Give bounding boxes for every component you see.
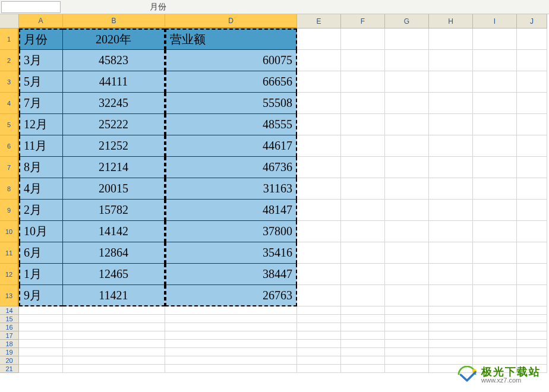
cell-B5[interactable]: 25222 — [63, 114, 165, 135]
cell[interactable] — [165, 340, 297, 348]
cell[interactable] — [385, 135, 429, 157]
cell[interactable] — [429, 71, 473, 93]
cell[interactable] — [165, 306, 297, 315]
cell[interactable] — [517, 29, 547, 50]
cell[interactable] — [341, 135, 385, 157]
cell[interactable] — [429, 331, 473, 340]
cell[interactable] — [385, 285, 429, 306]
row-header-19[interactable]: 19 — [0, 348, 19, 356]
cell-D11[interactable]: 35416 — [165, 242, 297, 264]
cell[interactable] — [473, 221, 517, 242]
cell[interactable] — [429, 50, 473, 71]
cell[interactable] — [341, 242, 385, 264]
cell[interactable] — [429, 135, 473, 157]
cell[interactable] — [473, 340, 517, 348]
cell-A2[interactable]: 3月 — [19, 50, 63, 71]
cell-A8[interactable]: 4月 — [19, 178, 63, 200]
cell-A7[interactable]: 8月 — [19, 157, 63, 178]
cell[interactable] — [297, 29, 341, 50]
cell[interactable] — [341, 221, 385, 242]
col-header-F[interactable]: F — [341, 14, 385, 29]
col-header-E[interactable]: E — [297, 14, 341, 29]
cell-B8[interactable]: 20015 — [63, 178, 165, 200]
row-header-12[interactable]: 12 — [0, 264, 19, 285]
cell[interactable] — [385, 50, 429, 71]
cell[interactable] — [517, 221, 547, 242]
cell[interactable] — [429, 29, 473, 50]
col-header-J[interactable]: J — [517, 14, 547, 29]
cell-B11[interactable]: 12864 — [63, 242, 165, 264]
row-header-13[interactable]: 13 — [0, 285, 19, 306]
cell[interactable] — [297, 242, 341, 264]
cell-D8[interactable]: 31163 — [165, 178, 297, 200]
cells-area[interactable]: 月份2020年营业额3月45823600755月44111666567月3224… — [19, 29, 547, 373]
cell[interactable] — [429, 114, 473, 135]
cell[interactable] — [517, 331, 547, 340]
row-header-20[interactable]: 20 — [0, 356, 19, 365]
cell-B6[interactable]: 21252 — [63, 135, 165, 157]
cell[interactable] — [517, 135, 547, 157]
cell[interactable] — [297, 93, 341, 114]
cell-B1[interactable]: 2020年 — [63, 29, 165, 50]
row-header-1[interactable]: 1 — [0, 29, 19, 50]
cell-D4[interactable]: 55508 — [165, 93, 297, 114]
cell[interactable] — [341, 323, 385, 331]
cell[interactable] — [473, 29, 517, 50]
cell[interactable] — [385, 348, 429, 356]
cell[interactable] — [517, 285, 547, 306]
cell[interactable] — [341, 365, 385, 373]
cell[interactable] — [19, 348, 63, 356]
cell[interactable] — [429, 315, 473, 323]
col-header-B[interactable]: B — [63, 14, 165, 29]
cell[interactable] — [19, 340, 63, 348]
cell-D13[interactable]: 26763 — [165, 285, 297, 306]
select-all-corner[interactable] — [0, 14, 19, 29]
cell[interactable] — [429, 93, 473, 114]
row-header-10[interactable]: 10 — [0, 221, 19, 242]
cell[interactable] — [341, 340, 385, 348]
cell[interactable] — [341, 315, 385, 323]
cell[interactable] — [297, 315, 341, 323]
row-header-15[interactable]: 15 — [0, 315, 19, 323]
cell[interactable] — [63, 365, 165, 373]
cell-B4[interactable]: 32245 — [63, 93, 165, 114]
cell[interactable] — [473, 242, 517, 264]
cell[interactable] — [473, 348, 517, 356]
cell[interactable] — [517, 348, 547, 356]
cell-B3[interactable]: 44111 — [63, 71, 165, 93]
cell[interactable] — [341, 200, 385, 221]
cell[interactable] — [473, 157, 517, 178]
cell[interactable] — [341, 114, 385, 135]
cell[interactable] — [429, 157, 473, 178]
cell[interactable] — [385, 29, 429, 50]
row-header-21[interactable]: 21 — [0, 365, 19, 373]
cell-D2[interactable]: 60075 — [165, 50, 297, 71]
cell[interactable] — [297, 340, 341, 348]
cell[interactable] — [297, 285, 341, 306]
cell[interactable] — [429, 264, 473, 285]
cell-A6[interactable]: 11月 — [19, 135, 63, 157]
cell[interactable] — [473, 135, 517, 157]
cell[interactable] — [517, 200, 547, 221]
cell[interactable] — [517, 264, 547, 285]
col-header-I[interactable]: I — [473, 14, 517, 29]
cell[interactable] — [297, 221, 341, 242]
cell[interactable] — [19, 356, 63, 365]
cell[interactable] — [473, 306, 517, 315]
cell[interactable] — [297, 200, 341, 221]
cell[interactable] — [385, 242, 429, 264]
cell[interactable] — [473, 264, 517, 285]
cell[interactable] — [517, 340, 547, 348]
cell[interactable] — [385, 331, 429, 340]
cell[interactable] — [385, 264, 429, 285]
cell[interactable] — [385, 365, 429, 373]
cell[interactable] — [19, 323, 63, 331]
cell[interactable] — [385, 157, 429, 178]
cell[interactable] — [297, 178, 341, 200]
cell[interactable] — [165, 365, 297, 373]
cell-B9[interactable]: 15782 — [63, 200, 165, 221]
cell[interactable] — [517, 93, 547, 114]
row-header-8[interactable]: 8 — [0, 178, 19, 200]
cell[interactable] — [63, 323, 165, 331]
cell[interactable] — [429, 323, 473, 331]
